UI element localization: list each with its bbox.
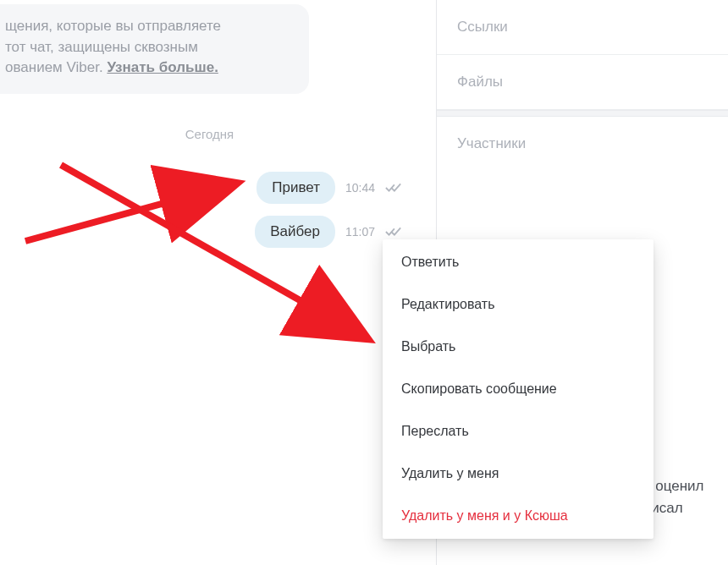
chat-panel: щения, которые вы отправляете тот чат, з… [0, 0, 419, 565]
menu-forward[interactable]: Переслать [383, 410, 654, 453]
message-bubble[interactable]: Привет [256, 172, 335, 204]
menu-select[interactable]: Выбрать [383, 326, 654, 368]
double-check-icon [385, 182, 402, 194]
menu-copy[interactable]: Скопировать сообщение [383, 368, 654, 410]
side-section-participants[interactable]: Участники [437, 117, 728, 171]
learn-more-link[interactable]: Узнать больше. [107, 59, 218, 75]
message-context-menu: Ответить Редактировать Выбрать Скопирова… [383, 239, 654, 539]
double-check-icon [385, 226, 402, 238]
message-time: 10:44 [345, 181, 375, 195]
encryption-info-bubble: щения, которые вы отправляете тот чат, з… [0, 4, 309, 94]
menu-reply[interactable]: Ответить [383, 241, 654, 283]
message-time: 11:07 [345, 225, 375, 239]
message-bubble[interactable]: Вайбер [255, 216, 335, 248]
date-divider: Сегодня [0, 127, 419, 141]
menu-delete-me[interactable]: Удалить у меня [383, 453, 654, 495]
info-text-line2: тот чат, защищены сквозным [5, 39, 198, 55]
menu-edit[interactable]: Редактировать [383, 283, 654, 326]
message-row: Вайбер 11:07 [255, 216, 402, 248]
side-separator [437, 110, 728, 117]
info-text-line1: щения, которые вы отправляете [5, 18, 221, 34]
menu-delete-both[interactable]: Удалить у меня и у Ксюша [383, 495, 654, 537]
side-section-files[interactable]: Файлы [437, 55, 728, 110]
info-text-line3: ованием Viber. [5, 59, 107, 75]
side-section-links[interactable]: Ссылки [437, 0, 728, 55]
message-row: Привет 10:44 [256, 172, 402, 204]
truncated-text: о оценил писал [643, 475, 720, 518]
